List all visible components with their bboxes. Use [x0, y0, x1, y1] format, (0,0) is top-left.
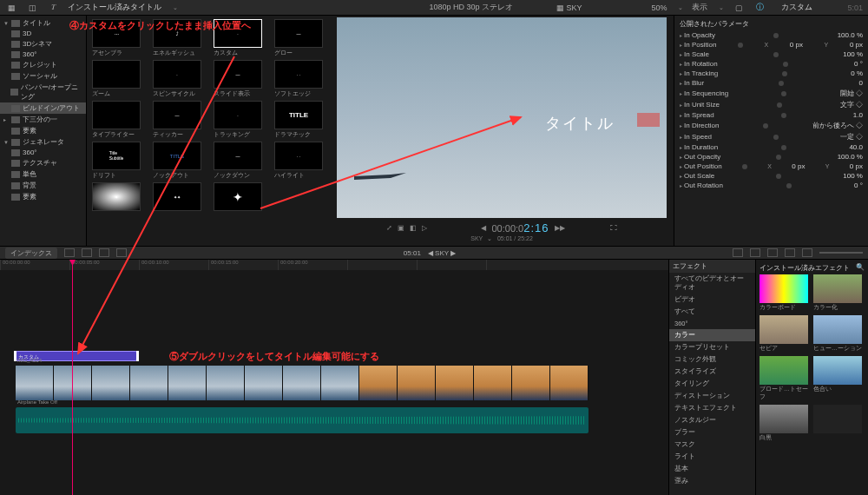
title-thumb[interactable]: ⋯アセンブラ — [92, 19, 141, 57]
cat-item[interactable]: ▸下三分の一 — [0, 114, 86, 125]
zoom-slider[interactable] — [819, 252, 863, 254]
tl-btn2[interactable] — [82, 248, 92, 257]
title-thumb[interactable]: ✦ — [214, 182, 262, 212]
tl-tool-icon[interactable] — [733, 248, 743, 257]
tool1-icon[interactable]: ▣ — [398, 224, 404, 232]
effect-category[interactable]: すべてのビデオとオーディオ — [669, 273, 755, 294]
cat-item[interactable]: 単色 — [0, 168, 86, 180]
title-thumb-custom[interactable]: ·カスタム — [214, 19, 262, 57]
cat-item[interactable]: テクスチャ — [0, 157, 86, 168]
title-thumb[interactable]: ✦ — [92, 182, 141, 212]
cat-item[interactable]: 360° — [0, 148, 86, 157]
cat-item[interactable]: バンパー/オープニング — [0, 82, 86, 102]
effect-category[interactable]: スタイライズ — [669, 366, 755, 378]
effect-category[interactable]: カラープリセット — [669, 341, 755, 353]
effect-category[interactable]: ブラー — [669, 426, 755, 439]
title-thumb[interactable]: ズーム — [92, 60, 141, 98]
tl-tool-icon[interactable] — [767, 248, 778, 257]
effect-category[interactable]: ディストーション — [669, 390, 755, 402]
effect-category[interactable]: マスク — [669, 439, 755, 451]
photos-icon[interactable]: ◫ — [26, 2, 38, 14]
effect-category[interactable]: テキストエフェクト — [669, 402, 755, 414]
fullscreen-icon[interactable]: ⛶ — [610, 224, 617, 232]
effect-thumb[interactable]: カラーボード — [760, 274, 808, 312]
effect-category[interactable]: 基本 — [669, 463, 755, 475]
param-row[interactable]: ▸Out PositionX0 pxY0 px — [680, 162, 863, 171]
effect-thumb[interactable]: ブロード…トセーフ — [760, 356, 808, 401]
cat-item[interactable]: 3Dシネマ — [0, 38, 86, 50]
effect-thumb[interactable]: ヒュー…ーション — [813, 315, 862, 353]
param-row[interactable]: ▸In Tracking0 % — [680, 69, 863, 78]
param-row[interactable]: ▸In Speed一定 ◇ — [680, 131, 863, 142]
tl-btn4[interactable] — [116, 248, 127, 257]
fit-icon[interactable]: ⤢ — [386, 224, 392, 232]
title-thumb[interactable]: · ·ソフトエッジ — [274, 60, 323, 98]
cat-item[interactable]: 背景 — [0, 180, 86, 191]
param-row[interactable]: ▸In Scale100 % — [680, 50, 863, 59]
tl-tool-icon[interactable] — [802, 248, 812, 257]
effect-thumb[interactable] — [813, 405, 862, 442]
title-thumb[interactable]: · ·ハイライト — [274, 142, 323, 180]
effect-thumb[interactable]: 色合い — [813, 356, 862, 401]
title-thumb[interactable]: ✦✦ — [153, 182, 201, 212]
param-row[interactable]: ▸Out Opacity100.0 % — [680, 152, 863, 162]
effect-category[interactable]: タイリング — [669, 378, 755, 390]
tl-tool-icon[interactable] — [785, 248, 795, 257]
view-menu[interactable]: 表示 — [692, 2, 707, 13]
viewer-canvas[interactable]: タイトル — [337, 17, 667, 218]
timeline-ruler[interactable]: 00:00:00:0000:00:05:0000:00:10:0000:00:1… — [0, 260, 668, 270]
title-thumb[interactable]: —スライド表示 — [214, 60, 262, 98]
effect-category[interactable]: コミック外観 — [669, 353, 755, 366]
param-row[interactable]: ▸In Blur0 — [680, 78, 863, 88]
title-thumb[interactable]: ·スピンサイクル — [153, 60, 201, 98]
effect-thumb[interactable]: セピア — [760, 315, 808, 353]
effect-thumb[interactable]: 白黒 — [760, 405, 808, 442]
title-thumb[interactable]: TITLEドラマチック — [274, 101, 323, 139]
square-icon[interactable]: ▢ — [733, 2, 745, 14]
param-row[interactable]: ▸In Rotation0 ° — [680, 59, 863, 69]
effect-category[interactable]: ビデオ — [669, 294, 755, 306]
chevron-down-icon[interactable]: ⌄ — [173, 4, 178, 11]
title-thumb[interactable]: ⤴エネルギッシュ — [153, 19, 201, 57]
prev-icon[interactable]: ◀ — [481, 224, 486, 232]
tl-btn3[interactable] — [99, 248, 109, 257]
title-thumb[interactable]: TITLEノックアウト — [153, 142, 201, 180]
effect-thumb[interactable]: カラー化 — [813, 274, 862, 312]
title-thumb[interactable]: タイプライター — [92, 101, 141, 139]
tool3-icon[interactable]: ▷ — [422, 224, 427, 232]
audio-clip[interactable] — [16, 407, 589, 433]
param-row[interactable]: ▸In PositionX0 pxY0 px — [680, 40, 863, 50]
titles-icon[interactable]: 𝑇 — [47, 2, 59, 14]
library-icon[interactable]: ▦ — [5, 2, 17, 14]
effect-category[interactable]: カラー — [669, 329, 755, 341]
param-row[interactable]: ▸Out Rotation0 ° — [680, 181, 863, 190]
effect-category[interactable]: 歪み — [669, 475, 755, 487]
info-icon[interactable]: ⓘ — [753, 2, 766, 14]
search-icon[interactable]: 🔍 — [856, 263, 865, 273]
cat-item[interactable]: 360° — [0, 50, 86, 59]
playhead[interactable] — [72, 260, 73, 495]
next-icon[interactable]: ▶▶ — [555, 224, 565, 232]
title-overlay-text[interactable]: タイトル — [545, 113, 615, 134]
title-thumb[interactable]: Title Subtitleドリフト — [92, 142, 141, 180]
param-row[interactable]: ▸In Direction前から後ろへ ◇ — [680, 120, 863, 131]
effect-category[interactable]: すべて — [669, 306, 755, 318]
cat-item[interactable]: 3D — [0, 29, 86, 38]
title-thumb[interactable]: —ティッカー — [153, 101, 201, 139]
cat-generators-header[interactable]: ▼ジェネレータ — [0, 136, 86, 148]
param-row[interactable]: ▸In Unit Size文字 ◇ — [680, 99, 863, 110]
index-button[interactable]: インデックス — [5, 248, 57, 259]
param-row[interactable]: ▸In Duration40.0 — [680, 142, 863, 152]
param-row[interactable]: ▸In Spread1.0 — [680, 110, 863, 120]
effect-category[interactable]: 360° — [669, 318, 755, 329]
effect-category[interactable]: ライト — [669, 451, 755, 463]
title-thumb[interactable]: —ノックダウン — [214, 142, 262, 180]
param-row[interactable]: ▸Out Scale100 % — [680, 171, 863, 181]
timeline[interactable]: 00:00:00:0000:00:05:0000:00:10:0000:00:1… — [0, 260, 668, 495]
selection-handle[interactable] — [637, 113, 660, 127]
cat-item-buildin[interactable]: ビルドイン/アウト — [0, 102, 86, 114]
clip-appearance-icon[interactable] — [64, 248, 75, 257]
param-row[interactable]: ▸In Opacity100.0 % — [680, 30, 863, 40]
title-thumb[interactable]: ·トラッキング — [214, 101, 262, 139]
param-row[interactable]: ▸In Sequencing開始 ◇ — [680, 88, 863, 99]
